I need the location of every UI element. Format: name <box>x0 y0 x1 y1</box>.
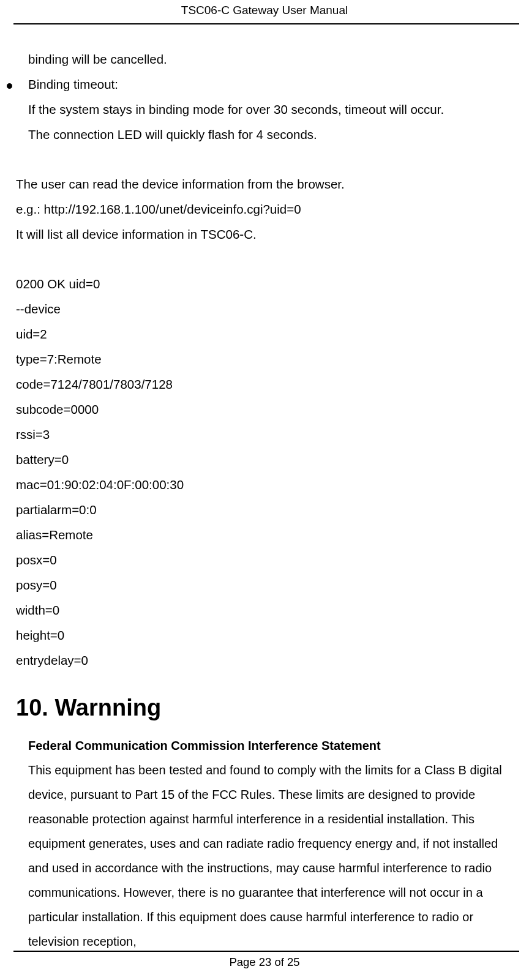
device-line: posx=0 <box>16 547 517 572</box>
device-line: rssi=3 <box>16 422 517 447</box>
device-line: height=0 <box>16 623 517 648</box>
page-content: binding will be cancelled. Binding timeo… <box>0 24 529 954</box>
browser-info-line3: It will list all device information in T… <box>16 222 517 247</box>
browser-info-block: The user can read the device information… <box>16 171 517 247</box>
warning-block: Federal Communication Commission Interfe… <box>28 733 513 954</box>
device-line: width=0 <box>16 597 517 623</box>
bullet-icon <box>7 83 12 89</box>
section-heading: 10. Warnning <box>16 695 517 721</box>
bullet-description-2: The connection LED will quickly flash fo… <box>28 122 517 147</box>
page-header-title: TSC06-C Gateway User Manual <box>0 0 529 23</box>
device-line: type=7:Remote <box>16 346 517 372</box>
device-line: mac=01:90:02:04:0F:00:00:30 <box>16 472 517 497</box>
page-footer: Page 23 of 25 <box>0 952 529 969</box>
device-line: subcode=0000 <box>16 397 517 422</box>
device-line: battery=0 <box>16 447 517 472</box>
device-line: --device <box>16 296 517 321</box>
device-line: uid=2 <box>16 321 517 346</box>
device-line: 0200 OK uid=0 <box>16 271 517 296</box>
browser-info-line2: e.g.: http://192.168.1.100/unet/devicein… <box>16 196 517 222</box>
device-line: posy=0 <box>16 572 517 597</box>
device-line: alias=Remote <box>16 522 517 547</box>
device-line: partialarm=0:0 <box>16 497 517 522</box>
browser-info-line1: The user can read the device information… <box>16 171 517 196</box>
warning-title: Federal Communication Commission Interfe… <box>28 733 513 758</box>
device-line: entrydelay=0 <box>16 648 517 673</box>
page-footer-wrap: Page 23 of 25 <box>0 951 529 969</box>
bullet-label: Binding timeout: <box>28 72 118 97</box>
device-line: code=7124/7801/7803/7128 <box>16 372 517 397</box>
warning-body: This equipment has been tested and found… <box>28 758 513 954</box>
device-output-block: 0200 OK uid=0 --device uid=2 type=7:Remo… <box>16 271 517 673</box>
continued-text: binding will be cancelled. <box>28 24 517 72</box>
bullet-description-1: If the system stays in binding mode for … <box>28 97 517 122</box>
bullet-item: Binding timeout: <box>16 72 517 97</box>
